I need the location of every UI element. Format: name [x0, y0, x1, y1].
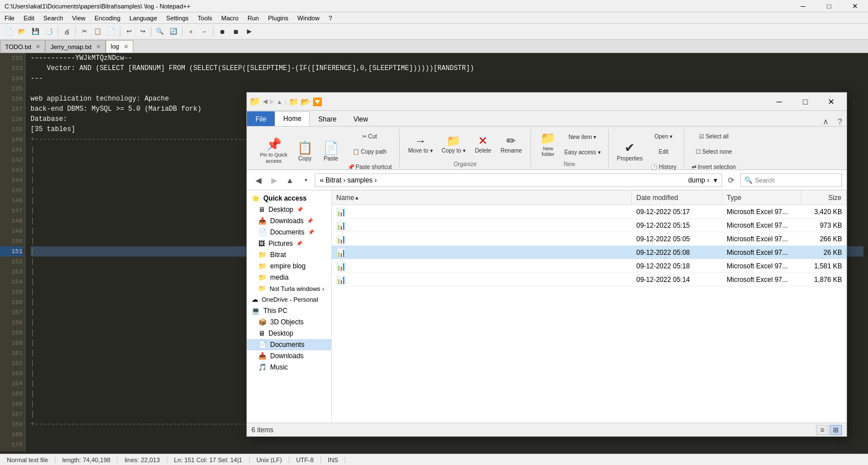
refresh-button[interactable]: ⟳ — [724, 173, 738, 187]
file-row[interactable]: 📊 09-12-2022 05:18 Microsoft Excel 97...… — [332, 259, 847, 273]
ribbon-help-button[interactable]: ? — [833, 117, 847, 126]
copy-button[interactable]: 📋 Copy — [293, 136, 318, 167]
search-box[interactable]: 🔍 — [740, 173, 842, 187]
copy-path-button[interactable]: 📋 Copy path — [345, 144, 395, 159]
nav-forward-button[interactable]: ▶ — [267, 173, 281, 187]
tab-log[interactable]: log ✕ — [106, 40, 133, 53]
toolbar-macro-play[interactable]: ▶ — [243, 25, 255, 38]
col-header-name[interactable]: Name ▲ — [332, 190, 632, 205]
ribbon-tab-share[interactable]: Share — [310, 111, 345, 126]
sidebar-item-documents2[interactable]: 📄 Documents — [247, 339, 331, 350]
menu-help[interactable]: ? — [324, 12, 336, 24]
ribbon-tab-view[interactable]: View — [345, 111, 376, 126]
toolbar-find[interactable]: 🔍 — [154, 25, 166, 38]
menu-encoding[interactable]: Encoding — [90, 12, 125, 24]
nav-back-button[interactable]: ◀ — [251, 173, 265, 187]
menu-plugins[interactable]: Plugins — [263, 12, 293, 24]
menu-edit[interactable]: Edit — [19, 12, 39, 24]
easy-access-button[interactable]: Easy access ▾ — [562, 145, 604, 159]
sidebar-item-pictures[interactable]: 🖼 Pictures 📌 — [247, 238, 331, 249]
select-none-button[interactable]: ☐ Select none — [689, 144, 739, 159]
menu-search[interactable]: Search — [39, 12, 68, 24]
toolbar-macro-stop[interactable]: ⏹ — [229, 25, 242, 38]
toolbar-open[interactable]: 📂 — [16, 25, 28, 38]
sidebar-item-downloads2[interactable]: 📥 Downloads — [247, 350, 331, 362]
tab-log-close[interactable]: ✕ — [124, 44, 128, 50]
menu-view[interactable]: View — [68, 12, 90, 24]
menu-macro[interactable]: Macro — [216, 12, 243, 24]
sidebar-item-music[interactable]: 🎵 Music — [247, 362, 331, 373]
select-all-button[interactable]: ☑ Select all — [689, 129, 739, 144]
file-row[interactable]: 📊 09-12-2022 05:17 Microsoft Excel 97...… — [332, 205, 847, 219]
menu-file[interactable]: File — [0, 12, 19, 24]
toolbar-save[interactable]: 💾 — [29, 25, 42, 38]
tab-jerrynmap[interactable]: Jerry_nmap.txt ✕ — [45, 40, 106, 53]
col-header-size[interactable]: Size — [801, 190, 847, 205]
sidebar-item-desktop2[interactable]: 🖥 Desktop — [247, 328, 331, 339]
address-breadcrumb[interactable]: « Bitrat › samples › dump › ▾ — [315, 173, 722, 187]
explorer-minimize-button[interactable]: ─ — [766, 93, 792, 111]
sidebar-item-media[interactable]: 📁 media — [247, 272, 331, 283]
sidebar-item-empireblog[interactable]: 📁 empire blog — [247, 260, 331, 272]
paste-button[interactable]: 📄 Paste — [319, 136, 344, 167]
recent-locations-button[interactable]: ▾ — [299, 173, 313, 187]
col-header-date[interactable]: Date modified — [632, 190, 722, 205]
col-header-type[interactable]: Type — [722, 190, 801, 205]
toolbar-new[interactable]: 📄 — [2, 25, 15, 38]
nav-up-button[interactable]: ▲ — [283, 173, 297, 187]
file-row[interactable]: 📊 09-12-2022 05:14 Microsoft Excel 97...… — [332, 273, 847, 286]
open-button[interactable]: Open ▾ — [648, 129, 679, 144]
menu-language[interactable]: Language — [125, 12, 162, 24]
rename-button[interactable]: ✏ Rename — [497, 129, 526, 160]
file-row-selected[interactable]: 📊 09-12-2022 05:08 Microsoft Excel 97...… — [332, 246, 847, 259]
sidebar-item-downloads[interactable]: 📥 Downloads 📌 — [247, 215, 331, 227]
sidebar-item-thispc[interactable]: 💻 This PC — [247, 305, 331, 316]
ribbon-tab-home[interactable]: Home — [275, 111, 310, 126]
notepad-minimize-button[interactable]: ─ — [790, 0, 816, 12]
explorer-close-button[interactable]: ✕ — [818, 93, 844, 111]
ribbon-tab-file[interactable]: File — [247, 111, 275, 126]
pin-to-quickaccess-button[interactable]: 📌 Pin to Quickaccess — [256, 136, 292, 167]
menu-window[interactable]: Window — [293, 12, 324, 24]
toolbar-cut[interactable]: ✂ — [78, 25, 90, 38]
toolbar-save-all[interactable]: 📑 — [43, 25, 55, 38]
toolbar-macro-record[interactable]: ⏺ — [216, 25, 228, 38]
menu-tools[interactable]: Tools — [193, 12, 217, 24]
tab-todo-close[interactable]: ✕ — [36, 44, 40, 50]
new-folder-button[interactable]: 📁 Newfolder — [536, 129, 561, 160]
menu-run[interactable]: Run — [243, 12, 263, 24]
toolbar-replace[interactable]: 🔄 — [167, 25, 180, 38]
delete-button[interactable]: ✕ Delete — [471, 129, 496, 160]
notepad-close-button[interactable]: ✕ — [842, 0, 868, 12]
sidebar-item-quickaccess[interactable]: ⭐ Quick access — [247, 193, 331, 204]
cut-button[interactable]: ✂ Cut — [345, 129, 395, 144]
sidebar-item-3dobjects[interactable]: 📦 3D Objects — [247, 316, 331, 328]
view-details-button[interactable]: ≡ — [816, 425, 828, 435]
notepad-maximize-button[interactable]: □ — [816, 0, 842, 12]
toolbar-undo[interactable]: ↩ — [123, 25, 135, 38]
new-item-button[interactable]: New item ▾ — [562, 129, 604, 144]
dropdown-arrow-icon[interactable]: ▾ — [714, 176, 717, 184]
tab-todo[interactable]: TODO.txt ✕ — [0, 40, 45, 53]
toolbar-zoom-in[interactable]: + — [185, 25, 197, 38]
file-row[interactable]: 📊 09-12-2022 05:15 Microsoft Excel 97...… — [332, 219, 847, 232]
menu-settings[interactable]: Settings — [162, 12, 193, 24]
edit-button[interactable]: Edit — [648, 144, 679, 159]
properties-button[interactable]: ✔ Properties — [613, 136, 647, 167]
view-tiles-button[interactable]: ⊞ — [830, 425, 842, 435]
toolbar-zoom-out[interactable]: − — [198, 25, 211, 38]
sidebar-item-documents[interactable]: 📄 Documents 📌 — [247, 227, 331, 238]
file-row[interactable]: 📊 09-12-2022 05:05 Microsoft Excel 97...… — [332, 232, 847, 246]
sidebar-item-notturla[interactable]: 📁 Not Turla windows › — [247, 283, 331, 294]
copy-to-button[interactable]: 📁 Copy to ▾ — [438, 129, 470, 160]
ribbon-collapse-button[interactable]: ∧ — [818, 117, 833, 126]
sidebar-item-onedrive[interactable]: ☁ OneDrive - Personal — [247, 294, 331, 305]
tab-jerrynmap-close[interactable]: ✕ — [96, 44, 101, 50]
explorer-maximize-button[interactable]: □ — [792, 93, 818, 111]
toolbar-copy[interactable]: 📋 — [92, 25, 104, 38]
toolbar-redo[interactable]: ↪ — [136, 25, 149, 38]
toolbar-print[interactable]: 🖨 — [60, 25, 73, 38]
toolbar-paste[interactable]: 📄 — [105, 25, 118, 38]
search-input[interactable] — [755, 177, 838, 184]
sidebar-item-desktop[interactable]: 🖥 Desktop 📌 — [247, 204, 331, 215]
